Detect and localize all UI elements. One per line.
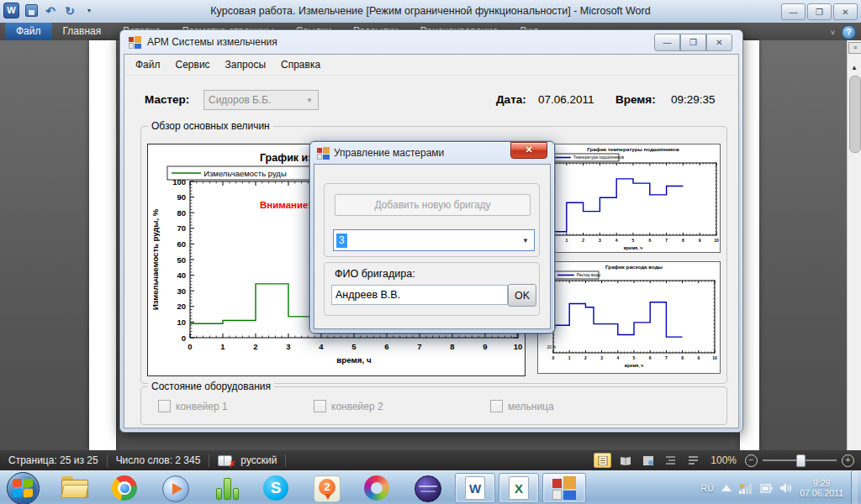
arm-window-controls: — ❐ ✕ xyxy=(654,34,732,51)
zoom-slider[interactable] xyxy=(763,459,837,461)
save-icon[interactable] xyxy=(24,3,39,18)
equipment-checkbox-1[interactable]: конвейер 1 xyxy=(158,400,228,412)
svg-text:4: 4 xyxy=(615,238,618,243)
2gis-icon[interactable]: 2 xyxy=(314,475,341,501)
show-desktop-button[interactable] xyxy=(851,471,858,504)
tray-expand-icon[interactable] xyxy=(721,485,732,491)
svg-text:Температура подшипников: Температура подшипников xyxy=(573,155,625,160)
print-layout-view-icon[interactable] xyxy=(594,453,611,468)
skype-icon[interactable]: S xyxy=(263,475,290,501)
svg-text:8: 8 xyxy=(682,238,684,243)
word-restore-button[interactable]: ❐ xyxy=(807,3,832,20)
zoom-in-icon[interactable]: + xyxy=(842,454,854,467)
zoom-out-icon[interactable]: − xyxy=(745,454,758,467)
ribbon-tab-1[interactable]: Файл xyxy=(5,23,52,40)
svg-text:время, ч: время, ч xyxy=(336,355,372,365)
language-indicator[interactable]: RU xyxy=(700,483,714,493)
windows-explorer-icon[interactable] xyxy=(61,475,88,501)
qip-icon[interactable] xyxy=(213,475,240,501)
svg-text:8: 8 xyxy=(681,355,684,360)
arm-menu-item-1[interactable]: Файл xyxy=(128,59,168,71)
add-brigade-button[interactable]: Добавить новую бригаду xyxy=(335,194,531,216)
svg-text:6: 6 xyxy=(648,238,651,243)
qat-dropdown-icon[interactable]: ▾ xyxy=(82,3,97,18)
water-flow-chart: 0123456789104020График расхода водыРасхо… xyxy=(537,261,721,374)
svg-text:9: 9 xyxy=(697,355,700,360)
master-combobox[interactable]: Сидоров Б.Б. ▼ xyxy=(203,90,319,110)
word-app-icon[interactable]: W xyxy=(3,3,19,18)
ruler-toggle-icon[interactable]: ≡ xyxy=(848,42,861,54)
spellcheck-icon[interactable]: ✗ xyxy=(218,455,232,466)
svg-text:40: 40 xyxy=(177,270,186,280)
clock-time: 9:29 xyxy=(800,478,843,488)
language-status[interactable]: русский xyxy=(232,454,285,466)
svg-text:7: 7 xyxy=(417,342,421,351)
date-value: 07.06.2011 xyxy=(538,93,594,106)
word-titlebar: W ↶ ↻ ▾ Курсовая работа. Измельчение [Ре… xyxy=(0,0,861,24)
clock-date: 07.06.2011 xyxy=(800,488,843,498)
dialog-close-button[interactable]: ✕ xyxy=(510,142,547,159)
battery-icon[interactable] xyxy=(760,484,773,493)
ok-button[interactable]: OK xyxy=(508,284,536,307)
help-icon[interactable]: ? xyxy=(842,25,856,39)
zoom-slider-handle[interactable] xyxy=(796,454,806,467)
redo-icon[interactable]: ↻ xyxy=(62,3,77,18)
arm-minimize-button[interactable]: — xyxy=(654,34,680,51)
page-count-status[interactable]: Страница: 25 из 25 xyxy=(0,454,107,466)
svg-text:Измельчаемость руды, %: Измельчаемость руды, % xyxy=(151,208,160,310)
arm-menu-item-3[interactable]: Запросы xyxy=(218,59,273,71)
excel-taskbar-button[interactable]: X xyxy=(499,473,539,503)
scrollbar-thumb[interactable] xyxy=(849,76,861,153)
word-close-button[interactable]: ✕ xyxy=(833,3,858,20)
foreman-groupbox: ФИО бригадира: OK xyxy=(324,262,540,316)
word-taskbar-button[interactable]: W xyxy=(455,473,495,503)
outline-view-icon[interactable] xyxy=(662,453,679,468)
arm-window-title: АРМ Системы измельчения xyxy=(147,36,277,48)
brigade-combobox-arrow-icon[interactable]: ▼ xyxy=(522,237,534,244)
eclipse-icon[interactable] xyxy=(415,475,441,501)
tray-clock[interactable]: 9:29 07.06.2011 xyxy=(800,478,843,498)
network-icon[interactable]: ✶ xyxy=(739,483,753,494)
svg-text:5: 5 xyxy=(633,355,636,360)
arm-maximize-button[interactable]: ❐ xyxy=(680,34,706,51)
draft-view-icon[interactable] xyxy=(684,453,702,468)
equipment-checkbox-2[interactable]: конвейер 2 xyxy=(314,400,383,412)
bearing-temperature-chart: 012345678910График температуры подшипник… xyxy=(541,144,721,253)
arm-app-taskbar-button[interactable] xyxy=(542,473,586,503)
svg-text:2: 2 xyxy=(582,238,584,243)
web-layout-view-icon[interactable] xyxy=(639,453,657,468)
svg-text:90: 90 xyxy=(177,192,186,202)
equipment-checkbox-3[interactable]: мельница xyxy=(490,400,554,412)
start-button[interactable] xyxy=(7,472,40,504)
undo-icon[interactable]: ↶ xyxy=(43,3,58,18)
scroll-up-icon[interactable]: ▲ xyxy=(848,64,860,71)
equipment-groupbox: Состояние оборудования конвейер 1конвейе… xyxy=(140,386,727,425)
speaker-icon[interactable] xyxy=(780,483,792,493)
brigade-combobox[interactable]: 3 ▼ xyxy=(333,229,535,251)
svg-text:0: 0 xyxy=(552,355,555,360)
zoom-level[interactable]: 100% xyxy=(710,454,737,466)
taskbar: S 2 W X RU ✶ 9:29 07.06.2011 xyxy=(0,470,861,504)
fullscreen-reading-view-icon[interactable] xyxy=(616,453,634,468)
arm-menu-item-2[interactable]: Сервис xyxy=(168,59,218,71)
arm-close-button[interactable]: ✕ xyxy=(706,34,732,51)
svg-text:10: 10 xyxy=(514,342,523,351)
foreman-input[interactable] xyxy=(331,285,508,305)
word-minimize-button[interactable]: — xyxy=(781,3,806,20)
ribbon-tab-2[interactable]: Главная xyxy=(52,23,113,40)
checkbox-icon xyxy=(158,400,171,412)
chrome-icon[interactable] xyxy=(112,475,139,501)
date-label: Дата: xyxy=(496,93,526,106)
master-combobox-value: Сидоров Б.Б. xyxy=(209,94,272,106)
word-window-controls: — ❐ ✕ xyxy=(781,3,858,20)
arm-menu-item-4[interactable]: Справка xyxy=(273,59,328,71)
svg-text:5: 5 xyxy=(351,342,357,351)
ribbon-collapse-icon[interactable]: ˅ xyxy=(831,29,835,37)
word-scrollbar[interactable]: ≡ ▲ xyxy=(847,40,861,450)
word-count-status[interactable]: Число слов: 2 345 xyxy=(108,454,209,466)
brigade-groupbox: Добавить новую бригаду 3 ▼ xyxy=(324,183,540,257)
svg-text:График расхода воды: График расхода воды xyxy=(605,264,663,270)
media-player-icon[interactable] xyxy=(162,475,189,501)
svg-text:2: 2 xyxy=(584,355,587,360)
corel-icon[interactable] xyxy=(364,475,391,501)
